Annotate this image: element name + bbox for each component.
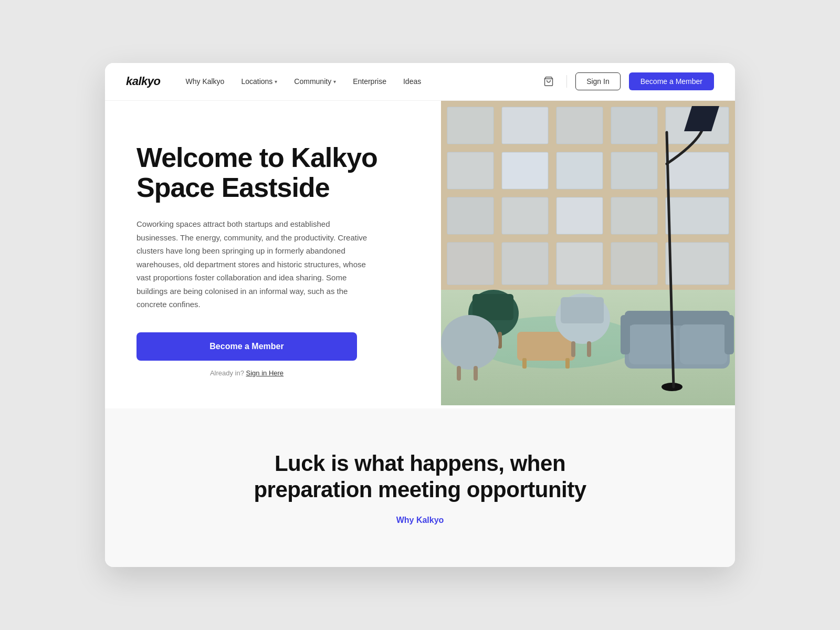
svg-rect-13 <box>611 152 657 189</box>
svg-rect-10 <box>447 152 494 189</box>
svg-rect-18 <box>611 197 657 234</box>
nav-links: Why Kalkyo Locations ▾ Community ▾ Enter… <box>186 77 540 86</box>
svg-rect-8 <box>611 107 657 144</box>
hero-description: Coworking spaces attract both startups a… <box>136 217 368 311</box>
nav-why-kalkyo[interactable]: Why Kalkyo <box>186 77 225 86</box>
why-kalkyo-link[interactable]: Why Kalkyo <box>396 516 444 524</box>
become-member-button-hero[interactable]: Become a Member <box>136 332 357 361</box>
signin-link[interactable]: Sign in Here <box>246 369 284 377</box>
svg-rect-20 <box>447 243 494 285</box>
svg-rect-38 <box>561 297 604 323</box>
svg-rect-7 <box>556 107 603 144</box>
office-illustration <box>441 101 735 405</box>
svg-rect-23 <box>611 243 657 285</box>
svg-point-48 <box>662 383 682 391</box>
nav-community[interactable]: Community ▾ <box>294 77 336 86</box>
svg-rect-29 <box>522 358 527 369</box>
svg-rect-47 <box>724 315 734 354</box>
svg-rect-36 <box>571 341 575 357</box>
browser-window: kalkyo Why Kalkyo Locations ▾ Community … <box>105 63 735 568</box>
nav-actions: Sign In Become a Member <box>539 72 714 91</box>
hero-title: Welcome to Kalkyo Space Eastside <box>136 143 410 203</box>
nav-ideas[interactable]: Ideas <box>403 77 421 86</box>
svg-rect-21 <box>502 243 548 285</box>
nav-locations[interactable]: Locations ▾ <box>241 77 277 86</box>
svg-rect-15 <box>447 197 494 234</box>
nav-divider <box>566 75 567 88</box>
svg-rect-41 <box>474 366 478 381</box>
chevron-down-icon: ▾ <box>333 79 336 85</box>
hero-section: Welcome to Kalkyo Space Eastside Coworki… <box>105 101 735 408</box>
brand-logo[interactable]: kalkyo <box>126 75 161 88</box>
chevron-down-icon: ▾ <box>275 79 277 85</box>
hero-content: Welcome to Kalkyo Space Eastside Coworki… <box>105 101 441 408</box>
svg-rect-37 <box>587 341 591 357</box>
quote-section: Luck is what happens, when preparation m… <box>105 408 735 568</box>
svg-rect-5 <box>447 107 494 144</box>
signin-prompt: Already in? Sign in Here <box>136 369 357 377</box>
svg-rect-17 <box>556 197 603 234</box>
svg-rect-11 <box>502 152 548 189</box>
svg-rect-43 <box>625 311 730 326</box>
svg-rect-45 <box>680 324 727 364</box>
become-member-button-nav[interactable]: Become a Member <box>629 72 714 90</box>
svg-rect-30 <box>565 358 570 369</box>
svg-rect-22 <box>556 243 603 285</box>
svg-rect-12 <box>556 152 603 189</box>
svg-rect-40 <box>457 366 461 381</box>
quote-text: Luck is what happens, when preparation m… <box>236 450 604 503</box>
cart-icon[interactable] <box>539 72 558 91</box>
signin-button[interactable]: Sign In <box>575 72 621 90</box>
svg-rect-16 <box>502 197 548 234</box>
svg-rect-19 <box>666 197 729 234</box>
nav-enterprise[interactable]: Enterprise <box>353 77 386 86</box>
svg-rect-24 <box>666 243 729 285</box>
hero-image <box>441 101 735 408</box>
navbar: kalkyo Why Kalkyo Locations ▾ Community … <box>105 63 735 101</box>
svg-point-39 <box>441 315 499 370</box>
svg-rect-44 <box>629 324 676 364</box>
svg-rect-46 <box>621 315 630 354</box>
svg-rect-6 <box>502 107 548 144</box>
